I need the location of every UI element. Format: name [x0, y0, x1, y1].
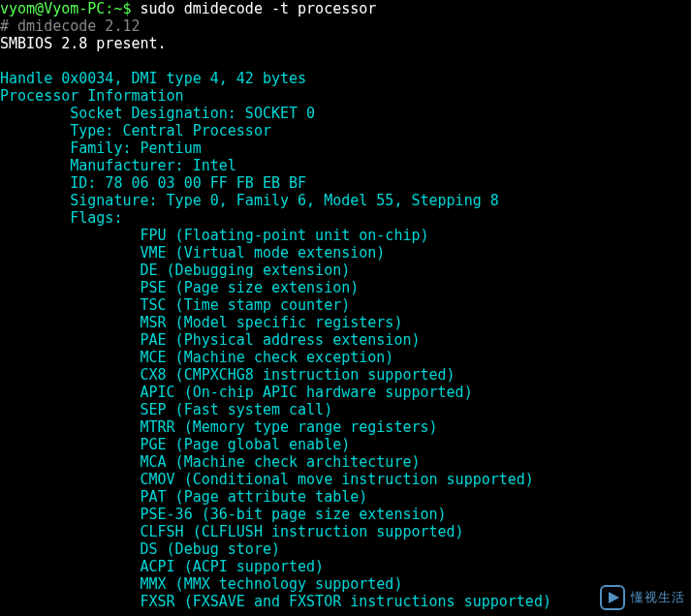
section-title: Processor Information — [0, 87, 184, 105]
typed-command: sudo dmidecode -t processor — [141, 0, 377, 17]
flag-line: SEP (Fast system call) — [0, 401, 332, 418]
field-signature: Signature: Type 0, Family 6, Model 55, S… — [0, 192, 499, 209]
flag-line: FPU (Floating-point unit on-chip) — [0, 227, 429, 244]
flag-line: PSE-36 (36-bit page size extension) — [0, 506, 447, 523]
flag-line: CLFSH (CLFLUSH instruction supported) — [0, 523, 464, 540]
flag-line: PGE (Page global enable) — [0, 436, 350, 453]
flag-line: DE (Debugging extension) — [0, 262, 350, 279]
shell-prompt: vyom@Vyom-PC:~$ — [0, 0, 141, 17]
field-type: Type: Central Processor — [0, 122, 271, 139]
field-family: Family: Pentium — [0, 139, 202, 157]
field-id: ID: 78 06 03 00 FF FB EB BF — [0, 174, 306, 192]
flag-line: VME (Virtual mode extension) — [0, 244, 385, 262]
flag-line: APIC (On-chip APIC hardware supported) — [0, 384, 473, 401]
flag-line: CX8 (CMPXCHG8 instruction supported) — [0, 366, 455, 384]
flag-line: FXSR (FXSAVE and FXSTOR instructions sup… — [0, 593, 551, 610]
flag-line: DS (Debug store) — [0, 540, 280, 558]
dmidecode-version: # dmidecode 2.12 — [0, 17, 141, 35]
flag-line: PAE (Physical address extension) — [0, 331, 420, 349]
field-manufacturer: Manufacturer: Intel — [0, 157, 236, 174]
flag-line: MTRR (Memory type range registers) — [0, 418, 438, 436]
field-flags-label: Flags: — [0, 209, 122, 227]
flag-line: PSE (Page size extension) — [0, 279, 359, 296]
flag-line: MCA (Machine check architecture) — [0, 453, 420, 471]
flag-line: MSR (Model specific registers) — [0, 314, 402, 331]
flag-line: CMOV (Conditional move instruction suppo… — [0, 471, 534, 488]
terminal-output: vyom@Vyom-PC:~$ sudo dmidecode -t proces… — [0, 0, 691, 610]
flag-line: MMX (MMX technology supported) — [0, 575, 402, 593]
field-socket: Socket Designation: SOCKET 0 — [0, 105, 315, 122]
flag-line: MCE (Machine check exception) — [0, 349, 393, 366]
flag-line: TSC (Time stamp counter) — [0, 296, 350, 314]
smbios-present: SMBIOS 2.8 present. — [0, 35, 167, 52]
flag-line: PAT (Page attribute table) — [0, 488, 367, 506]
flag-line: ACPI (ACPI supported) — [0, 558, 324, 575]
handle-line: Handle 0x0034, DMI type 4, 42 bytes — [0, 70, 306, 87]
